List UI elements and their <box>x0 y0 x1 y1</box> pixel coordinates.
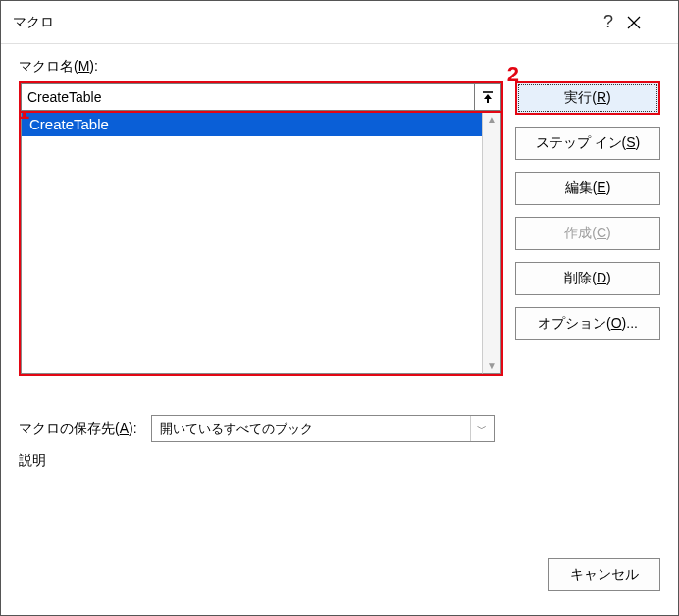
close-button[interactable] <box>627 16 666 29</box>
label-accel: M <box>78 58 90 74</box>
storage-value: 開いているすべてのブック <box>160 420 313 437</box>
footer: キャンセル <box>19 539 660 597</box>
cancel-button[interactable]: キャンセル <box>548 558 660 591</box>
description-label: 説明 <box>19 452 660 470</box>
btn-label: ステップ イン(S) <box>536 134 641 152</box>
edit-button[interactable]: 編集(E) <box>515 172 660 205</box>
delete-button[interactable]: 削除(D) <box>515 262 660 295</box>
macro-listbox[interactable]: CreateTable <box>21 111 482 374</box>
scroll-up-icon: ▲ <box>487 112 496 127</box>
macro-dialog: マクロ ? マクロ名(M): 1 CreateTable <box>0 0 679 616</box>
btn-label: 削除(D) <box>564 270 610 287</box>
titlebar: マクロ ? <box>1 1 678 44</box>
dialog-body: マクロ名(M): 1 CreateTable ▲ ▼ <box>1 44 678 615</box>
chevron-down-icon: ﹀ <box>470 416 494 441</box>
btn-label: 作成(C) <box>564 225 610 242</box>
dialog-title: マクロ <box>13 14 590 31</box>
scroll-down-icon: ▼ <box>487 358 496 373</box>
label-suffix: ): <box>89 58 98 74</box>
listbox-scrollbar[interactable]: ▲ ▼ <box>482 111 501 374</box>
macro-list-wrap: CreateTable ▲ ▼ <box>19 111 503 376</box>
upload-icon <box>481 90 495 104</box>
top-row: 1 CreateTable ▲ ▼ <box>19 81 660 376</box>
label-text: マクロの保存先( <box>19 420 120 436</box>
list-item[interactable]: CreateTable <box>22 112 482 136</box>
storage-label: マクロの保存先(A): <box>19 420 137 437</box>
options-button[interactable]: オプション(O)... <box>515 307 660 340</box>
macro-name-input[interactable] <box>21 83 474 111</box>
macro-name-row <box>19 81 503 113</box>
btn-label: オプション(O)... <box>538 315 638 333</box>
goto-macro-button[interactable] <box>474 83 501 111</box>
create-button: 作成(C) <box>515 217 660 250</box>
help-button[interactable]: ? <box>590 12 627 32</box>
btn-label: 実行(R) <box>564 89 610 107</box>
label-suffix: ): <box>129 420 137 436</box>
label-text: マクロ名( <box>19 58 78 74</box>
storage-row: マクロの保存先(A): 開いているすべてのブック ﹀ <box>19 415 660 442</box>
step-in-button[interactable]: ステップ イン(S) <box>515 127 660 160</box>
left-column: 1 CreateTable ▲ ▼ <box>19 81 503 376</box>
close-icon <box>627 16 641 29</box>
btn-label: 編集(E) <box>565 180 611 197</box>
right-column: 2 実行(R) ステップ イン(S) 編集(E) 作成(C) 削除(D) オプシ… <box>515 81 660 376</box>
macro-name-label: マクロ名(M): <box>19 58 660 76</box>
label-accel: A <box>120 420 129 436</box>
storage-select[interactable]: 開いているすべてのブック ﹀ <box>151 415 495 442</box>
run-button[interactable]: 実行(R) <box>515 81 660 115</box>
svg-marker-3 <box>484 94 492 103</box>
